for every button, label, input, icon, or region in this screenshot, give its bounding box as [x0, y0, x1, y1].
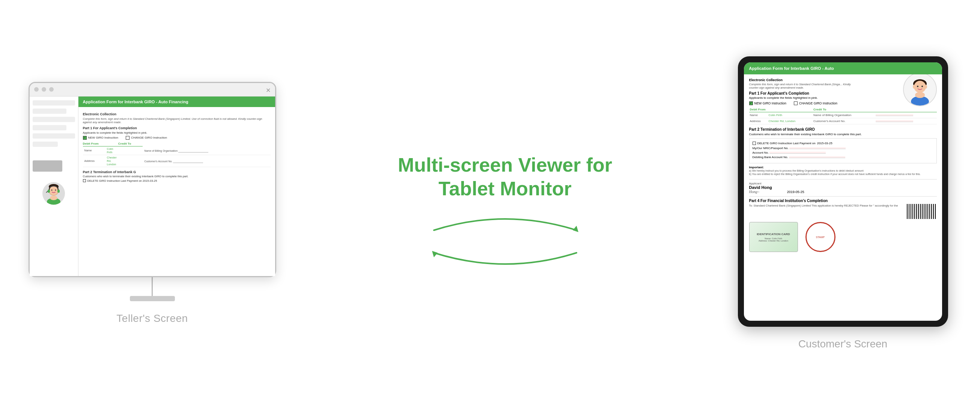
t-debiting-field[interactable]: [789, 156, 845, 158]
debit-from-header: Debit From: [83, 141, 105, 146]
t-applicant-label: Applicant: [749, 182, 772, 185]
t-address-label: Address: [749, 118, 768, 124]
t-change-giro-label: CHANGE GIRO Instruction: [799, 102, 837, 105]
change-giro-checkbox[interactable]: CHANGE GIRO Instruction: [126, 136, 167, 140]
t-part4-title: Part 4 For Financial Institution's Compl…: [749, 196, 937, 203]
t-important-label: Important:: [749, 166, 937, 169]
electronic-collection-title: Electronic Collection: [83, 112, 270, 116]
customer-avatar-svg: [904, 74, 936, 105]
t-debiting-label: Debiting Bank Account No.: [752, 156, 788, 159]
monitor-top-bar: ✕: [30, 83, 275, 97]
sidebar-block-4: [33, 125, 67, 131]
t-billing-field[interactable]: [876, 114, 913, 116]
doc-complete-text: Complete this form, sign and return it t…: [83, 117, 270, 124]
monitor-sidebar: [30, 97, 78, 276]
t-table-row-name: Name Colin Firth Name of Billing Organis…: [749, 112, 937, 118]
t-customer-acc-field[interactable]: [876, 120, 913, 122]
table-row-address: Address Chester Rd, London Customer's Ac…: [83, 155, 270, 167]
t-part2-title: Part 2 Termination of Interbank GIRO: [749, 127, 937, 131]
t-complete-text: Complete this form, sign and return it t…: [749, 83, 862, 89]
t-account-field[interactable]: [770, 152, 826, 154]
id-card-placeholder: IDENTIFICATION CARD Name: Colin Firth Ad…: [749, 222, 798, 252]
t-important-text: a) We hereby instruct you to process the…: [749, 169, 937, 177]
monitor-dot-3: [49, 87, 54, 92]
center-section: Multi-screen Viewer for Tablet Monitor: [374, 123, 636, 283]
t-mynric-label: My/Our NRIC/Passport No.: [752, 146, 789, 150]
t-important-text2: b) You are entitled to reject the Billin…: [749, 172, 937, 176]
t-account-label: Account No.: [752, 151, 769, 154]
monitor-stand: [152, 277, 153, 296]
t-name-label: Name: [749, 112, 768, 118]
sidebar-block-5: [33, 133, 75, 139]
t-checkbox-empty-icon: [794, 102, 798, 105]
monitor-dot-2: [42, 87, 46, 92]
spacer-th: [105, 141, 118, 146]
monitor-frame: ✕: [29, 82, 276, 277]
stamp-placeholder: STAMP: [805, 222, 835, 252]
t-debit-from-header: Debit From: [749, 107, 813, 112]
table-row-name: Name Colin Firth Name of Billing Organis…: [83, 146, 270, 155]
arrows-svg: [411, 200, 599, 283]
sidebar-block-6: [33, 142, 58, 147]
t-delete-row: DELETE GIRO Instruction Last Payment on …: [752, 142, 934, 145]
monitor-body: Application Form for Interbank GIRO - Au…: [30, 97, 275, 276]
t-change-giro-checkbox[interactable]: CHANGE GIRO Instruction: [794, 102, 837, 105]
t-table-row-addr: Address Chester Rd, London Customer's Ac…: [749, 118, 937, 124]
svg-point-10: [50, 196, 57, 200]
monitor-base: [130, 296, 175, 301]
delete-label-text: DELETE GIRO Instruction Last Payment on …: [88, 179, 157, 183]
monitor-doc-content: Application Form for Interbank GIRO - Au…: [78, 97, 275, 276]
part2-text: Customers who wish to terminate their ex…: [83, 175, 270, 178]
t-account-row: Account No.: [752, 151, 934, 154]
tablet-doc-header: Application Form for Interbank GIRO - Au…: [744, 62, 942, 74]
svg-point-19: [925, 85, 927, 89]
barcode-placeholder: [907, 204, 937, 219]
t-debiting-row: Debiting Bank Account No.: [752, 156, 934, 159]
svg-line-8: [46, 191, 48, 193]
svg-point-16: [917, 86, 918, 87]
part1-title: Part 1 For Applicant's Completion: [83, 126, 270, 130]
t-signature-row: Applicant David Hong Hong~ 2019-05-25: [749, 179, 937, 194]
center-title-line1: Multi-screen Viewer for: [398, 154, 612, 176]
t-applicant-area: Applicant David Hong Hong~: [749, 182, 772, 194]
svg-point-5: [55, 189, 56, 190]
customer-screen-label: Customer's Screen: [798, 338, 887, 350]
t-mynric-field[interactable]: [789, 147, 846, 149]
sidebar-block-3: [33, 117, 75, 122]
t-bottom-row: IDENTIFICATION CARD Name: Colin Firth Ad…: [749, 222, 937, 252]
checkbox-empty-icon: [126, 136, 129, 140]
teller-section: ✕: [21, 82, 284, 325]
tablet-header-text: Application Form for Interbank GIRO - Au…: [749, 66, 834, 71]
t-important-text1: a) We hereby instruct you to process the…: [749, 169, 937, 173]
new-giro-checkbox[interactable]: ✓ NEW GIRO Instruction: [83, 136, 118, 140]
teller-screen-label: Teller's Screen: [116, 312, 188, 325]
svg-point-21: [915, 92, 925, 98]
doc-body: Electronic Collection Complete this form…: [78, 107, 275, 186]
t-credit-to-header: Credit To: [813, 107, 937, 112]
t-delete-checkbox[interactable]: [752, 142, 756, 145]
svg-point-17: [921, 86, 923, 87]
billing-name-label: Name of Billing Organisation: [143, 146, 270, 155]
doc-header-text: Application Form for Interbank GIRO - Au…: [83, 100, 188, 104]
center-title-line2: Tablet Monitor: [438, 178, 571, 199]
t-delete-label: DELETE GIRO Instruction Last Payment on: [757, 142, 816, 145]
customer-avatar: [903, 74, 937, 106]
change-giro-label: CHANGE GIRO Instruction: [131, 136, 167, 139]
svg-rect-7: [57, 189, 60, 193]
customer-section: Application Form for Interbank GIRO - Au…: [727, 56, 959, 350]
billing-name-field: [178, 148, 208, 153]
checkbox-checked-icon: ✓: [83, 136, 87, 140]
customer-acc-field: [173, 159, 203, 163]
t-part4-content: To: Standard Chartered Bank (Singapore) …: [749, 204, 937, 219]
checkboxes: ✓ NEW GIRO Instruction CHANGE GIRO Instr…: [83, 136, 270, 140]
delete-row: DELETE GIRO Instruction Last Payment on …: [83, 179, 270, 183]
t-billing-label: Name of Billing Organisation: [813, 112, 875, 118]
close-icon[interactable]: ✕: [266, 87, 270, 94]
customer-acc-text: Customer's Account No.: [144, 160, 172, 162]
t-date-label: 2019-05-25: [787, 190, 804, 194]
svg-point-4: [51, 189, 52, 190]
address-label-cell: Address: [83, 155, 105, 167]
t-mynric-row: My/Our NRIC/Passport No.: [752, 146, 934, 150]
t-new-giro-checkbox[interactable]: ✓ NEW GIRO Instruction: [749, 102, 787, 105]
t-customer-acc-label: Customer's Account No.: [813, 118, 875, 124]
